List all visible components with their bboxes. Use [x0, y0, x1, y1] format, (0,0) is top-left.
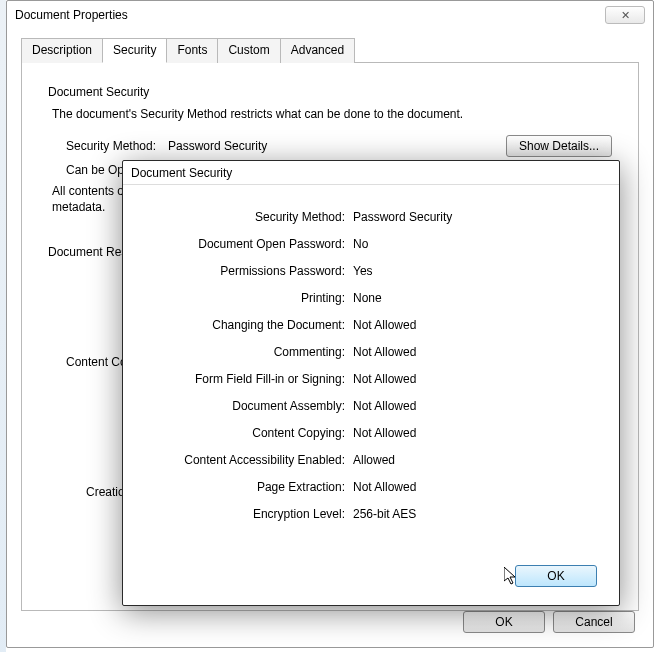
document-security-dialog: Document Security Security Method:Passwo…	[122, 160, 620, 606]
contents-note-line1: All contents of	[52, 184, 127, 198]
window-title: Document Properties	[15, 8, 605, 22]
prop-value-form-fill: Not Allowed	[353, 368, 599, 390]
tab-advanced[interactable]: Advanced	[280, 38, 355, 63]
prop-value-printing: None	[353, 287, 599, 309]
ok-button[interactable]: OK	[463, 611, 545, 633]
inner-dialog-title: Document Security	[123, 161, 619, 185]
prop-label-permissions-password: Permissions Password:	[133, 260, 353, 282]
main-footer: OK Cancel	[463, 611, 635, 633]
cancel-button[interactable]: Cancel	[553, 611, 635, 633]
tab-security[interactable]: Security	[102, 38, 167, 63]
tab-fonts[interactable]: Fonts	[166, 38, 218, 63]
inner-dialog-body: Security Method:Password Security Docume…	[123, 185, 619, 540]
inner-ok-button[interactable]: OK	[515, 565, 597, 587]
prop-value-page-extraction: Not Allowed	[353, 476, 599, 498]
prop-label-encryption: Encryption Level:	[133, 503, 353, 525]
tab-custom[interactable]: Custom	[217, 38, 280, 63]
prop-label-content-copying: Content Copying:	[133, 422, 353, 444]
prop-label-assembly: Document Assembly:	[133, 395, 353, 417]
prop-label-printing: Printing:	[133, 287, 353, 309]
tab-strip: Description Security Fonts Custom Advanc…	[21, 37, 639, 63]
prop-label-accessibility: Content Accessibility Enabled:	[133, 449, 353, 471]
group-title: Document Security	[48, 85, 612, 99]
title-bar: Document Properties ✕	[7, 1, 653, 29]
prop-label-commenting: Commenting:	[133, 341, 353, 363]
prop-label-security-method: Security Method:	[133, 206, 353, 228]
security-method-value: Password Security	[168, 139, 506, 153]
prop-value-commenting: Not Allowed	[353, 341, 599, 363]
prop-value-changing: Not Allowed	[353, 314, 599, 336]
prop-value-security-method: Password Security	[353, 206, 599, 228]
prop-value-open-password: No	[353, 233, 599, 255]
prop-value-permissions-password: Yes	[353, 260, 599, 282]
prop-value-assembly: Not Allowed	[353, 395, 599, 417]
prop-label-form-fill: Form Field Fill-in or Signing:	[133, 368, 353, 390]
prop-label-page-extraction: Page Extraction:	[133, 476, 353, 498]
prop-label-changing: Changing the Document:	[133, 314, 353, 336]
prop-label-open-password: Document Open Password:	[133, 233, 353, 255]
inner-dialog-footer: OK	[515, 565, 597, 587]
close-icon[interactable]: ✕	[605, 6, 645, 24]
prop-value-accessibility: Allowed	[353, 449, 599, 471]
contents-note-line2: metadata.	[52, 200, 105, 214]
prop-value-encryption: 256-bit AES	[353, 503, 599, 525]
prop-value-content-copying: Not Allowed	[353, 422, 599, 444]
show-details-button[interactable]: Show Details...	[506, 135, 612, 157]
security-method-label: Security Method:	[48, 139, 168, 153]
intro-text: The document's Security Method restricts…	[52, 107, 612, 121]
tab-description[interactable]: Description	[21, 38, 103, 63]
